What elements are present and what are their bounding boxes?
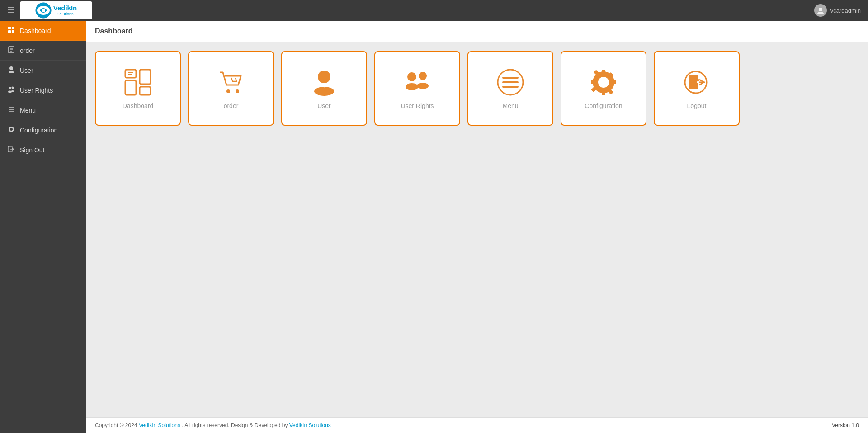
svg-point-45: [697, 81, 698, 83]
svg-point-15: [9, 87, 11, 89]
username-label: vcardadmin: [830, 7, 861, 14]
sidebar-label-menu: Menu: [20, 107, 36, 114]
svg-rect-5: [8, 27, 11, 29]
svg-rect-26: [140, 70, 151, 84]
card-configuration-label: Configuration: [585, 102, 622, 109]
card-user-icon: [310, 68, 339, 97]
svg-point-38: [417, 83, 429, 89]
sidebar-label-user: User: [20, 67, 33, 74]
sidebar-label-configuration: Configuration: [20, 127, 57, 134]
order-icon: [7, 46, 15, 55]
menu-icon: [7, 106, 15, 114]
main-layout: Dashboard order User User Rights Menu: [0, 21, 868, 433]
card-logout-label: Logout: [687, 102, 707, 109]
svg-point-14: [9, 71, 14, 73]
svg-point-33: [314, 87, 334, 96]
svg-point-37: [419, 72, 427, 80]
svg-point-18: [11, 90, 14, 92]
sidebar-item-dashboard[interactable]: Dashboard: [0, 21, 86, 41]
card-user[interactable]: User: [281, 51, 367, 126]
svg-point-3: [819, 8, 822, 11]
user-icon: [7, 66, 15, 75]
svg-rect-27: [140, 87, 151, 95]
footer: Copyright © 2024 VedikIn Solutions . All…: [86, 417, 868, 433]
dashboard-grid: Dashboard order: [95, 51, 859, 126]
topbar-left: ☰ VedikIn Solutions: [7, 1, 92, 19]
card-user-label: User: [317, 102, 331, 109]
content-body: Dashboard order: [86, 42, 868, 417]
card-logout-icon: [682, 68, 711, 97]
configuration-icon: [7, 126, 15, 134]
card-order-label: order: [224, 102, 239, 109]
footer-copyright: Copyright © 2024 VedikIn Solutions . All…: [95, 422, 331, 428]
svg-rect-24: [125, 70, 136, 78]
card-configuration-icon: [589, 68, 618, 97]
footer-dev-link[interactable]: VedikIn Solutions: [289, 422, 331, 428]
svg-point-4: [817, 12, 824, 14]
content-area: Dashboard Dashboard: [86, 21, 868, 433]
sidebar-item-user[interactable]: User: [0, 61, 86, 80]
logo: VedikIn Solutions: [20, 1, 92, 19]
sidebar-item-menu[interactable]: Menu: [0, 100, 86, 120]
page-title: Dashboard: [86, 21, 868, 42]
card-menu-label: Menu: [502, 102, 518, 109]
topbar: ☰ VedikIn Solutions: [0, 0, 868, 21]
card-configuration[interactable]: Configuration: [561, 51, 646, 126]
avatar: [814, 4, 827, 17]
card-order-icon: [217, 68, 245, 97]
sidebar-label-order: order: [20, 47, 35, 54]
svg-point-36: [406, 83, 418, 90]
topbar-right: vcardadmin: [814, 4, 861, 17]
card-dashboard[interactable]: Dashboard: [95, 51, 181, 126]
dashboard-icon: [7, 26, 15, 35]
card-menu[interactable]: Menu: [467, 51, 553, 126]
svg-rect-25: [125, 80, 136, 95]
sidebar-item-configuration[interactable]: Configuration: [0, 120, 86, 140]
card-dashboard-label: Dashboard: [123, 102, 154, 109]
sidebar-item-signout[interactable]: Sign Out: [0, 140, 86, 160]
footer-version: Version 1.0: [832, 422, 859, 428]
sidebar-item-user-rights[interactable]: User Rights: [0, 80, 86, 100]
card-user-rights-icon: [403, 68, 432, 97]
card-logout[interactable]: Logout: [654, 51, 740, 126]
svg-point-31: [236, 89, 239, 93]
svg-rect-6: [12, 27, 14, 29]
footer-company-link[interactable]: VedikIn Solutions: [139, 422, 180, 428]
card-user-rights[interactable]: User Rights: [374, 51, 460, 126]
svg-point-13: [9, 66, 13, 70]
sidebar-label-user-rights: User Rights: [20, 87, 53, 94]
svg-point-17: [12, 87, 14, 89]
signout-icon: [7, 146, 15, 154]
sidebar: Dashboard order User User Rights Menu: [0, 21, 86, 433]
svg-point-30: [226, 89, 230, 93]
logo-icon: [35, 2, 52, 19]
sidebar-label-signout: Sign Out: [20, 146, 44, 154]
svg-rect-7: [8, 30, 11, 33]
card-user-rights-label: User Rights: [401, 102, 434, 109]
hamburger-icon[interactable]: ☰: [7, 5, 14, 15]
card-order[interactable]: order: [188, 51, 274, 126]
card-dashboard-icon: [123, 68, 152, 97]
svg-point-35: [407, 72, 416, 81]
svg-point-32: [318, 71, 330, 83]
svg-point-2: [42, 9, 45, 12]
card-menu-icon: [496, 68, 525, 97]
logo-main-text: VedikIn: [53, 5, 77, 12]
svg-rect-8: [12, 30, 14, 33]
sidebar-item-order[interactable]: order: [0, 41, 86, 61]
logo-sub-text: Solutions: [53, 12, 77, 16]
sidebar-label-dashboard: Dashboard: [20, 27, 51, 34]
user-rights-icon: [7, 86, 15, 94]
